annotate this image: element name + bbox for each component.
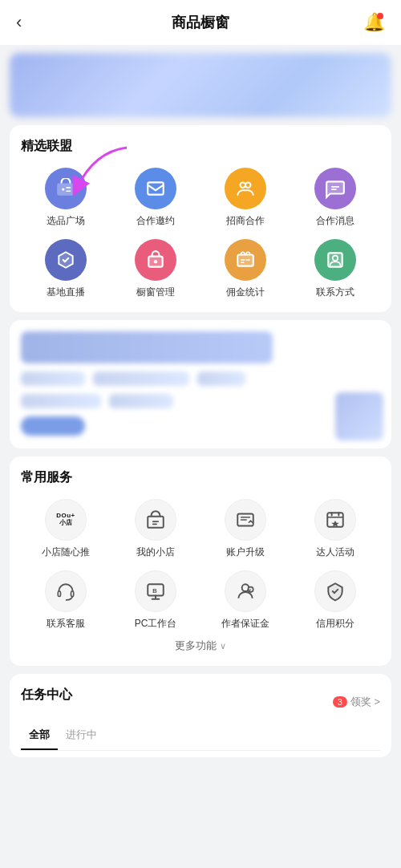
wode-xiaodian-item[interactable]: 我的小店 [111,499,200,559]
lianxi-kefu-label: 联系客服 [47,617,85,631]
zuozhe-bao-icon: ¥ [225,570,266,612]
svg-point-1 [62,188,64,190]
task-tab-all[interactable]: 全部 [21,724,58,750]
svg-text:B: B [152,587,157,594]
svg-rect-7 [237,255,253,266]
yongjin-item[interactable]: 佣金统计 [200,239,290,299]
lianxi-kefu-icon [45,570,87,612]
more-label: 更多功能 [175,639,217,653]
hezuo-xiaoxi-icon [314,168,356,209]
blurred-text-1 [21,371,85,386]
task-right: 3 领奖 > [333,695,380,709]
notification-bell[interactable]: 🔔 [363,11,385,34]
task-right-label[interactable]: 领奖 > [350,695,380,709]
chuangkou-item[interactable]: 橱窗管理 [111,239,200,299]
blurred-text-5 [109,394,173,408]
blurred-row-1 [21,371,380,386]
svg-rect-2 [148,182,164,194]
zhanghu-icon [225,499,266,541]
chevron-down-icon: ∨ [220,641,226,651]
changdyong-card: 常用服务 DOu+ 小店 小店随心推 我的小店 [10,456,391,666]
yongjin-icon [225,239,266,281]
task-header: 任务中心 3 领奖 > [21,687,380,716]
more-button[interactable]: 更多功能 ∨ [21,639,380,653]
zuozhe-bao-item[interactable]: ¥ 作者保证金 [200,570,290,631]
xuanpin-label: 选品广场 [47,214,85,228]
xuanpin-item[interactable]: 选品广场 [21,168,111,228]
daren-item[interactable]: 达人活动 [290,499,380,559]
pc-work-label: PC工作台 [135,617,177,631]
zhaoshang-item[interactable]: 招商合作 [200,168,290,228]
task-tab-ongoing[interactable]: 进行中 [58,724,105,750]
pc-work-icon: B [135,570,176,612]
blurred-block-1 [21,331,273,363]
blurred-tag [21,416,85,436]
zhanghu-item[interactable]: 账户升级 [200,499,290,559]
hezuo-xiaoxi-item[interactable]: 合作消息 [290,168,380,228]
svg-point-3 [241,182,246,188]
daren-icon [314,499,356,541]
jingxuan-title: 精选联盟 [21,138,380,155]
blurred-text-2 [93,371,189,386]
zuozhe-bao-label: 作者保证金 [221,617,269,631]
page-title: 商品橱窗 [172,13,229,32]
xinyong-icon [314,570,356,612]
task-title: 任务中心 [21,687,72,704]
hezuo-yiyue-label: 合作邀约 [136,214,175,228]
lianxi-icon [314,239,356,281]
daren-label: 达人活动 [316,546,354,559]
notification-dot [377,13,383,19]
hezuo-yiyue-item[interactable]: 合作邀约 [111,168,200,228]
jingxuan-grid: 选品广场 合作邀约 [21,168,380,299]
jidi-label: 基地直播 [47,286,85,299]
yongjin-label: 佣金统计 [226,286,265,299]
lianxi-item[interactable]: 联系方式 [290,239,380,299]
svg-rect-14 [71,591,74,597]
xinyong-label: 信用积分 [316,617,354,631]
blurred-tag-row [21,416,380,436]
changdyong-grid: DOu+ 小店 小店随心推 我的小店 [21,499,380,631]
jidi-item[interactable]: 基地直播 [21,239,111,299]
blurred-row-2 [21,394,380,408]
hezuo-xiaoxi-label: 合作消息 [316,214,354,228]
blurred-content-card [10,320,391,448]
lianxi-kefu-item[interactable]: 联系客服 [21,570,111,631]
blurred-thumbnail [335,392,383,440]
task-tabs: 全部 进行中 [21,724,380,751]
hezuo-yiyue-icon [135,168,176,209]
zhaoshang-icon [225,168,266,209]
wode-xiaodian-icon [135,499,176,541]
svg-rect-0 [57,184,75,196]
svg-point-6 [154,260,157,263]
xuanpin-icon [45,168,87,209]
chuangkou-label: 橱窗管理 [136,286,175,299]
jingxuan-card: 精选联盟 选品广场 [10,125,391,312]
pc-work-item[interactable]: B PC工作台 [111,570,200,631]
zhanghu-label: 账户升级 [226,546,265,559]
header: ‹ 商品橱窗 🔔 [0,0,401,45]
changdyong-title: 常用服务 [21,469,380,486]
svg-point-4 [245,182,251,188]
wode-xiaodian-label: 我的小店 [136,546,175,559]
jidi-icon [45,239,87,281]
xiaodian-sui-label: 小店随心推 [42,546,90,559]
blurred-text-3 [197,371,245,386]
zhaoshang-label: 招商合作 [226,214,265,228]
top-banner [10,53,391,117]
blurred-text-4 [21,394,101,408]
chuangkou-icon [135,239,176,281]
xiaodian-sui-item[interactable]: DOu+ 小店 小店随心推 [21,499,111,559]
back-button[interactable]: ‹ [16,12,22,33]
svg-rect-13 [58,591,60,597]
task-badge: 3 [333,696,347,708]
arrow-overlay: 选品广场 合作邀约 [21,168,380,299]
xinyong-item[interactable]: 信用积分 [290,570,380,631]
xiaodian-sui-icon: DOu+ 小店 [45,499,87,541]
task-card: 任务中心 3 领奖 > 全部 进行中 [10,674,391,757]
lianxi-label: 联系方式 [316,286,354,299]
